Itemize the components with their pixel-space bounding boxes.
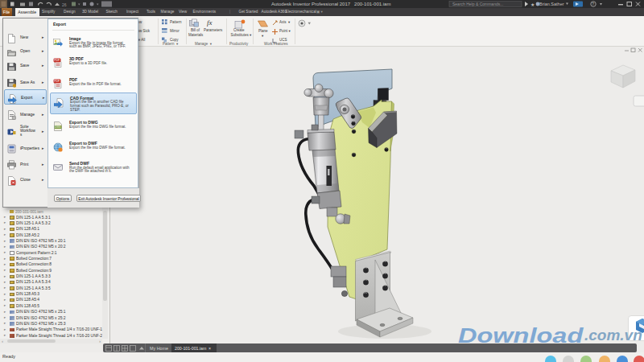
svg-text:PDF: PDF (54, 59, 60, 62)
svg-text:26: 26 (62, 2, 67, 7)
svg-text:PDF: PDF (54, 80, 60, 83)
svg-text:Search Help & Commands...: Search Help & Commands... (452, 2, 503, 6)
svg-text:?: ? (592, 2, 594, 6)
svg-text:DWG: DWG (55, 125, 61, 129)
svg-text:★: ★ (530, 2, 535, 7)
